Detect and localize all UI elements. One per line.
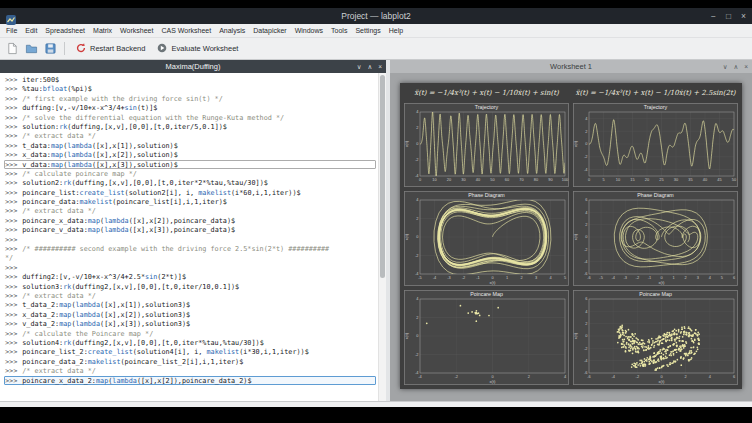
cas-code-area[interactable]: >>>iter:500$>>>%tau:bfloat(%pi)$>>>/* fi… (0, 73, 386, 401)
svg-text:-5: -5 (599, 275, 602, 280)
svg-text:-6: -6 (587, 275, 590, 280)
code-text: solution3:rk(duffing2,[x,v],[0,0],[t,0,i… (22, 283, 239, 291)
code-line[interactable]: >>>/* calculate the Poincare map */ (4, 329, 376, 338)
svg-text:x(t): x(t) (489, 379, 496, 384)
dock-collapse-icon[interactable]: ∨ (723, 63, 728, 71)
phase-plot[interactable]: Phase Diagram-6-5-4-3-2-10123456-6-4-202… (573, 191, 738, 286)
plot-poincare-map-2[interactable]: Poincare Map-6-4-20246-6-4-20246v(t)x(t) (573, 290, 738, 385)
code-line[interactable]: >>>/* extract data */ (4, 131, 376, 140)
code-line[interactable]: >>> (4, 263, 376, 272)
menu-tools[interactable]: Tools (327, 27, 351, 34)
code-line[interactable]: >>>v_data_2:map(lambda([x],x[3]),solutio… (4, 319, 376, 328)
menu-windows[interactable]: Windows (291, 27, 327, 34)
plot-phase-diagram-1[interactable]: Phase Diagram-5-4-3-2-1012345-4-2024v(t)… (404, 191, 569, 286)
prompt: >>> (5, 348, 17, 356)
scrollbar-thumb[interactable] (380, 75, 385, 278)
code-text: solution2:rk(duffing,[x,v],[0,0],[t,0,it… (22, 179, 268, 187)
plot-trajectory-2[interactable]: Trajectory05101520253035404550-4-2024x(t… (573, 103, 738, 187)
code-line[interactable]: >>>poincare_x_data_2:map(lambda([x],x[2]… (4, 376, 376, 385)
code-text: x_data_2:map(lambda([x],x[2]),solution3)… (22, 311, 190, 319)
code-line[interactable]: >>>solution2:rk(duffing,[x,v],[0,0],[t,0… (4, 178, 376, 187)
code-line[interactable]: >>>solution3:rk(duffing2,[x,v],[0,0],[t,… (4, 282, 376, 291)
code-line[interactable]: >>>x_data:map(lambda([x],x[2]),solution)… (4, 150, 376, 159)
trajectory-plot[interactable]: Trajectory05101520253035404550-4-2024x(t… (573, 103, 738, 187)
code-line[interactable]: >>>duffing:[v,-v/10+x-x^3/4+sin(t)]$ (4, 103, 376, 112)
plot-poincare-map-1[interactable]: Poincare Map-4-2024-4-2024v(t)x(t) (404, 290, 569, 385)
menu-help[interactable]: Help (385, 27, 407, 34)
trajectory-plot[interactable]: Trajectory0102030405060708090100-4-2024x… (404, 103, 569, 187)
dock-collapse-icon[interactable]: ∨ (357, 63, 362, 71)
code-line[interactable]: >>>/* extract data */ (4, 291, 376, 300)
menu-cas-worksheet[interactable]: CAS Worksheet (157, 27, 215, 34)
equation-title-2: ẍ(t) = −1/4x³(t) + x(t) − 1/10ẋ(t) + 2.5… (573, 87, 738, 99)
plot-trajectory-1[interactable]: Trajectory0102030405060708090100-4-2024x… (404, 103, 569, 187)
svg-text:Poincare Map: Poincare Map (639, 291, 672, 297)
code-line[interactable]: >>>poincare_data_2:makelist(poincare_lis… (4, 357, 376, 366)
code-line[interactable]: >>>poincare_data:makelist(poincare_list[… (4, 197, 376, 206)
poincare-plot[interactable]: Poincare Map-4-2024-4-2024v(t)x(t) (404, 290, 569, 385)
menu-spreadsheet[interactable]: Spreadsheet (41, 27, 89, 34)
code-line[interactable]: >>>duffing2:[v,-v/10+x-x^3/4+2.5*sin(2*t… (4, 272, 376, 281)
code-line[interactable]: >>>v_data:map(lambda([x],x[3]),solution)… (4, 160, 376, 169)
menubar: FileEditSpreadsheetMatrixWorksheetCAS Wo… (0, 24, 752, 38)
dock-float-icon[interactable]: ∧ (733, 63, 738, 71)
svg-text:2: 2 (520, 275, 522, 280)
worksheet-page[interactable]: ẍ(t) = −1/4x³(t) + x(t) − 1/10ẋ(t) + sin… (400, 83, 742, 389)
code-text: v_data_2:map(lambda([x],x[3]),solution3)… (22, 320, 190, 328)
code-line[interactable]: >>>t_data_2:map(lambda([x],x[1]),solutio… (4, 300, 376, 309)
code-line[interactable]: >>>%tau:bfloat(%pi)$ (4, 84, 376, 93)
phase-plot[interactable]: Phase Diagram-5-4-3-2-1012345-4-2024v(t)… (404, 191, 569, 286)
code-line[interactable]: >>> (4, 235, 376, 244)
restart-backend-button[interactable]: Restart Backend (71, 40, 149, 58)
svg-text:6: 6 (733, 374, 735, 379)
maximize-icon[interactable]: □ (726, 8, 731, 24)
code-line[interactable]: >>>poincare_list_2:create_list(solution4… (4, 347, 376, 356)
code-line[interactable]: >>>solution:rk(duffing,[x,v],[0,0],[t,0,… (4, 122, 376, 131)
code-line[interactable]: >>>/* calculate poincare map */ (4, 169, 376, 178)
prompt: >>> (5, 123, 17, 131)
code-line[interactable]: >>>t_data:map(lambda([x],x[1]),solution)… (4, 141, 376, 150)
code-line[interactable]: >>>x_data_2:map(lambda([x],x[2]),solutio… (4, 310, 376, 319)
menu-analysis[interactable]: Analysis (215, 27, 249, 34)
dock-close-icon[interactable]: × (744, 63, 748, 70)
prompt: >>> (5, 85, 17, 93)
code-line[interactable]: >>>/* first example with the driving for… (4, 94, 376, 103)
code-line[interactable]: */ (4, 253, 376, 262)
menu-datapicker[interactable]: Datapicker (249, 27, 290, 34)
code-line[interactable]: >>>solution4:rk(duffing2,[x,v],[0,0],[t,… (4, 338, 376, 347)
dock-close-icon[interactable]: × (378, 63, 382, 70)
worksheet-dock-header[interactable]: Worksheet 1 ∨ ∧ × (390, 60, 752, 73)
code-line[interactable]: >>>/* solve the differential equation wi… (4, 113, 376, 122)
code-line[interactable]: >>>poincare_v_data:map(lambda([x],x[3]),… (4, 225, 376, 234)
cas-dock-header[interactable]: Maxima(Duffing) ∨ ∧ × (0, 60, 386, 73)
menu-settings[interactable]: Settings (351, 27, 384, 34)
code-line[interactable]: >>>/* ########## second example with the… (4, 244, 376, 253)
document-new-icon[interactable] (4, 41, 20, 57)
evaluate-worksheet-button[interactable]: Evaluate Worksheet (152, 40, 242, 58)
code-line[interactable]: >>>poincare_list:create_list(solution2[i… (4, 188, 376, 197)
close-icon[interactable]: × (741, 8, 746, 24)
code-line[interactable]: >>>/* extract data */ (4, 366, 376, 375)
menu-edit[interactable]: Edit (21, 27, 41, 34)
menu-matrix[interactable]: Matrix (89, 27, 116, 34)
prompt: >>> (5, 226, 17, 234)
menu-file[interactable]: File (2, 27, 21, 34)
minimize-icon[interactable]: − (711, 8, 716, 24)
code-line[interactable]: >>>/* extract data */ (4, 206, 376, 215)
document-open-icon[interactable] (23, 41, 39, 57)
plot-phase-diagram-2[interactable]: Phase Diagram-6-5-4-3-2-10123456-6-4-202… (573, 191, 738, 286)
code-text: poincare_v_data:map(lambda([x],x[3]),poi… (22, 226, 235, 234)
menu-worksheet[interactable]: Worksheet (116, 27, 157, 34)
svg-text:-3: -3 (447, 275, 450, 280)
code-line[interactable]: >>>iter:500$ (4, 75, 376, 84)
prompt: >>> (5, 264, 17, 272)
vertical-scrollbar[interactable] (378, 73, 386, 401)
poincare-plot[interactable]: Poincare Map-6-4-20246-6-4-20246v(t)x(t) (573, 290, 738, 385)
cas-dock-title: Maxima(Duffing) (166, 62, 221, 71)
document-save-icon[interactable] (42, 41, 58, 57)
prompt: >>> (5, 273, 17, 281)
dock-float-icon[interactable]: ∧ (367, 63, 372, 71)
titlebar[interactable]: Project — labplot2 − □ × (0, 8, 752, 24)
code-line[interactable]: >>>poincare_x_data:map(lambda([x],x[2]),… (4, 216, 376, 225)
prompt: >>> (5, 151, 17, 159)
